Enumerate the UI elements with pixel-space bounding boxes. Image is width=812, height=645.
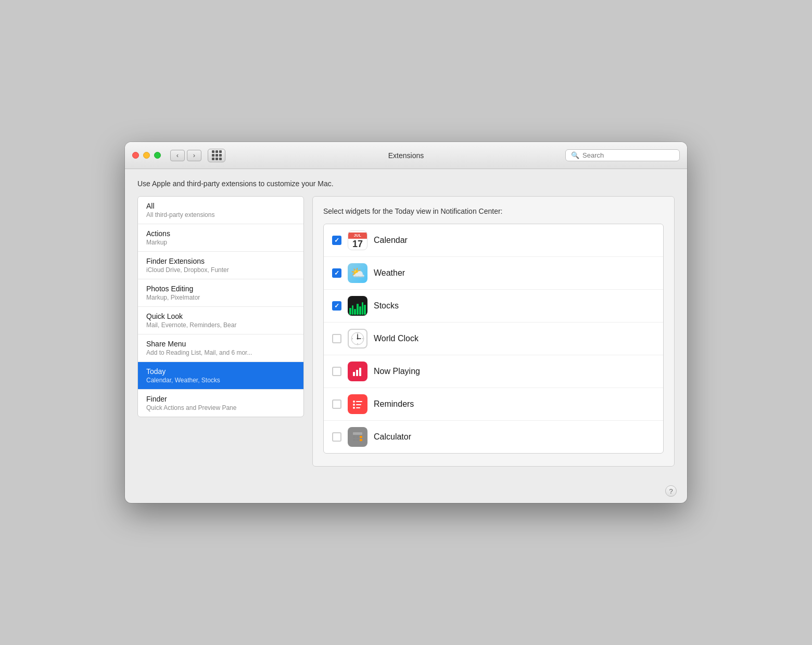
svg-rect-21 <box>360 436 362 438</box>
minimize-button[interactable] <box>143 152 150 159</box>
maximize-button[interactable] <box>154 152 161 159</box>
sidebar-item-share-menu[interactable]: Share Menu Add to Reading List, Mail, an… <box>138 334 303 362</box>
search-box[interactable]: 🔍 <box>565 149 680 161</box>
widget-row-calendar: JUL 17 Calendar <box>324 224 663 257</box>
svg-rect-17 <box>356 407 360 408</box>
widget-row-reminders: Reminders <box>324 388 663 421</box>
grid-icon <box>212 150 222 160</box>
widget-name-weather: Weather <box>374 268 405 278</box>
weather-icon: ⛅ <box>348 263 367 283</box>
svg-point-12 <box>353 401 355 403</box>
widget-name-stocks: Stocks <box>374 301 399 311</box>
svg-rect-24 <box>360 439 362 441</box>
checkbox-reminders[interactable] <box>332 399 341 409</box>
sidebar-item-finder[interactable]: Finder Quick Actions and Preview Pane <box>138 390 303 417</box>
sidebar-item-today[interactable]: Today Calendar, Weather, Stocks <box>138 362 303 390</box>
widget-name-calculator: Calculator <box>374 432 411 442</box>
svg-rect-13 <box>356 401 362 402</box>
nav-buttons: ‹ › <box>170 150 201 161</box>
sidebar: All All third-party extensions Actions M… <box>137 196 304 417</box>
svg-rect-15 <box>356 404 361 405</box>
svg-rect-18 <box>353 432 362 435</box>
bottom-bar: ? <box>125 479 687 503</box>
widget-row-weather: ⛅ Weather <box>324 257 663 290</box>
sidebar-item-subtitle: Markup <box>146 239 295 246</box>
sidebar-item-subtitle: All third-party extensions <box>146 211 295 218</box>
calculator-icon <box>348 427 367 447</box>
sidebar-item-subtitle: Mail, Evernote, Reminders, Bear <box>146 321 295 329</box>
grid-view-button[interactable] <box>208 149 225 162</box>
right-panel: Select widgets for the Today view in Not… <box>312 196 675 467</box>
sidebar-item-finder-extensions[interactable]: Finder Extensions iCloud Drive, Dropbox,… <box>138 252 303 279</box>
widget-row-now-playing: Now Playing <box>324 355 663 388</box>
traffic-lights <box>132 152 161 159</box>
sidebar-item-title: Actions <box>146 229 295 238</box>
svg-point-14 <box>353 404 355 406</box>
widget-row-world-clock: World Clock <box>324 322 663 355</box>
titlebar: ‹ › Extensions 🔍 <box>125 142 687 169</box>
extensions-window: ‹ › Extensions 🔍 Use Apple and third-par… <box>125 142 687 503</box>
description-text: Use Apple and third-party extensions to … <box>137 179 675 188</box>
checkbox-now-playing[interactable] <box>332 367 341 376</box>
sidebar-item-title: All <box>146 202 295 210</box>
nowplaying-icon <box>348 362 367 381</box>
checkbox-world-clock[interactable] <box>332 334 341 343</box>
sidebar-item-subtitle: Calendar, Weather, Stocks <box>146 377 295 384</box>
reminders-icon <box>348 394 367 414</box>
svg-rect-23 <box>357 439 359 441</box>
sidebar-item-subtitle: Add to Reading List, Mail, and 6 mor... <box>146 349 295 356</box>
svg-rect-19 <box>353 436 356 438</box>
back-button[interactable]: ‹ <box>170 150 185 161</box>
calendar-icon: JUL 17 <box>348 230 367 250</box>
panel-title: Select widgets for the Today view in Not… <box>323 207 664 215</box>
sidebar-item-title: Photos Editing <box>146 285 295 293</box>
widget-row-stocks: Stocks <box>324 290 663 322</box>
sidebar-item-subtitle: iCloud Drive, Dropbox, Funter <box>146 266 295 274</box>
widget-name-reminders: Reminders <box>374 399 414 409</box>
checkbox-calendar[interactable] <box>332 236 341 245</box>
sidebar-item-actions[interactable]: Actions Markup <box>138 224 303 252</box>
widget-name-world-clock: World Clock <box>374 334 418 343</box>
sidebar-item-title: Finder Extensions <box>146 257 295 265</box>
widget-name-now-playing: Now Playing <box>374 367 420 376</box>
sidebar-item-title: Finder <box>146 395 295 403</box>
sidebar-item-quick-look[interactable]: Quick Look Mail, Evernote, Reminders, Be… <box>138 307 303 334</box>
sidebar-item-title: Today <box>146 367 295 376</box>
search-input[interactable] <box>582 151 674 159</box>
sidebar-item-all[interactable]: All All third-party extensions <box>138 197 303 224</box>
sidebar-item-title: Share Menu <box>146 340 295 348</box>
sidebar-item-photos-editing[interactable]: Photos Editing Markup, Pixelmator <box>138 279 303 307</box>
svg-rect-22 <box>353 439 356 441</box>
checkbox-weather[interactable] <box>332 268 341 278</box>
widgets-list: JUL 17 Calendar ⛅ Weather Stocks <box>323 224 664 454</box>
checkbox-calculator[interactable] <box>332 432 341 442</box>
main-area: All All third-party extensions Actions M… <box>137 196 675 467</box>
close-button[interactable] <box>132 152 139 159</box>
window-title: Extensions <box>388 151 424 160</box>
worldclock-icon <box>348 329 367 349</box>
svg-rect-20 <box>357 436 359 438</box>
sidebar-item-subtitle: Quick Actions and Preview Pane <box>146 404 295 411</box>
sidebar-item-subtitle: Markup, Pixelmator <box>146 294 295 301</box>
svg-rect-11 <box>359 368 361 376</box>
svg-point-16 <box>353 407 355 409</box>
svg-rect-10 <box>356 370 358 376</box>
forward-button[interactable]: › <box>187 150 201 161</box>
search-icon: 🔍 <box>571 151 579 159</box>
widget-row-calculator: Calculator <box>324 421 663 453</box>
sidebar-item-title: Quick Look <box>146 312 295 320</box>
checkbox-stocks[interactable] <box>332 301 341 311</box>
content-area: Use Apple and third-party extensions to … <box>125 169 687 479</box>
help-button[interactable]: ? <box>665 485 677 497</box>
svg-rect-9 <box>353 372 355 376</box>
svg-point-4 <box>357 338 359 340</box>
widget-name-calendar: Calendar <box>374 236 408 245</box>
stocks-icon <box>348 296 367 316</box>
